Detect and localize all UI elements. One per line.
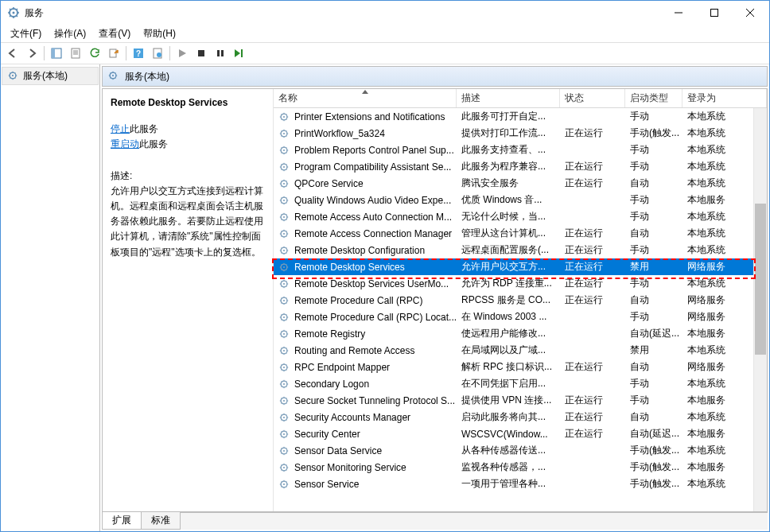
svg-point-24 bbox=[283, 149, 285, 150]
show-hide-tree-button[interactable] bbox=[48, 45, 65, 62]
service-row[interactable]: Program Compatibility Assistant Se...此服务… bbox=[274, 158, 753, 175]
service-logon: 本地系统 bbox=[682, 160, 753, 173]
service-row[interactable]: Remote Desktop Services允许用户以交互方...正在运行禁用… bbox=[274, 258, 753, 275]
service-icon bbox=[278, 411, 291, 424]
service-row[interactable]: Remote Desktop Configuration远程桌面配置服务(...… bbox=[274, 242, 753, 258]
forward-button[interactable] bbox=[23, 45, 41, 62]
tab-standard[interactable]: 标准 bbox=[141, 512, 181, 530]
col-logon[interactable]: 登录为 bbox=[682, 89, 767, 107]
service-logon: 网络服务 bbox=[682, 293, 753, 307]
svg-rect-2 bbox=[710, 10, 718, 17]
svg-point-52 bbox=[283, 382, 285, 384]
service-row[interactable]: RPC Endpoint Mapper解析 RPC 接口标识...正在运行自动网… bbox=[274, 359, 753, 375]
col-name[interactable]: 名称 bbox=[274, 89, 457, 107]
service-row[interactable]: Remote Desktop Services UserMo...允许为 RDP… bbox=[274, 275, 753, 292]
service-row[interactable]: Remote Procedure Call (RPC) Locat...在 Wi… bbox=[274, 309, 753, 325]
start-service-button[interactable] bbox=[173, 45, 191, 62]
service-icon bbox=[278, 144, 291, 157]
maximize-button[interactable] bbox=[696, 2, 732, 25]
scroll-thumb[interactable] bbox=[755, 204, 766, 355]
service-row[interactable]: QPCore Service腾讯安全服务正在运行自动本地系统 bbox=[274, 175, 753, 192]
rows-container: Printer Extensions and Notifications此服务可… bbox=[274, 108, 753, 511]
svg-point-28 bbox=[283, 182, 285, 184]
col-status[interactable]: 状态 bbox=[560, 89, 625, 107]
service-row[interactable]: Sensor Monitoring Service监视各种传感器，...手动(触… bbox=[274, 459, 753, 476]
stop-link[interactable]: 停止 bbox=[111, 123, 130, 134]
minimize-button[interactable] bbox=[660, 2, 696, 25]
service-desc: 腾讯安全服务 bbox=[457, 177, 560, 190]
service-row[interactable]: Routing and Remote Access在局域网以及广域...禁用本地… bbox=[274, 342, 753, 359]
refresh-button[interactable] bbox=[86, 45, 103, 62]
service-desc: 远程桌面配置服务(... bbox=[457, 243, 560, 257]
service-icon bbox=[278, 344, 291, 357]
service-name: RPC Endpoint Mapper bbox=[294, 362, 390, 373]
service-row[interactable]: Secondary Logon在不同凭据下启用...手动本地系统 bbox=[274, 375, 753, 392]
restart-link[interactable]: 重启动 bbox=[111, 138, 139, 150]
service-status: 正在运行 bbox=[560, 260, 625, 274]
service-desc: 在 Windows 2003 ... bbox=[457, 310, 560, 324]
service-row[interactable]: Remote Registry使远程用户能修改...自动(延迟...本地服务 bbox=[274, 325, 753, 342]
service-row[interactable]: Remote Procedure Call (RPC)RPCSS 服务是 CO.… bbox=[274, 292, 753, 309]
service-name: QPCore Service bbox=[294, 178, 364, 189]
service-start: 手动 bbox=[625, 193, 682, 207]
selected-service-name: Remote Desktop Services bbox=[111, 95, 265, 111]
service-row[interactable]: Remote Access Auto Connection M...无论什么时候… bbox=[274, 208, 753, 225]
service-desc: 从各种传感器传送... bbox=[457, 444, 560, 457]
menu-help[interactable]: 帮助(H) bbox=[137, 25, 182, 43]
svg-point-30 bbox=[283, 199, 285, 200]
service-status: 正在运行 bbox=[560, 227, 625, 240]
svg-point-48 bbox=[283, 349, 285, 351]
col-desc[interactable]: 描述 bbox=[457, 89, 560, 107]
pause-service-button[interactable] bbox=[212, 45, 229, 62]
svg-point-50 bbox=[283, 366, 285, 367]
window-title: 服务 bbox=[25, 6, 660, 20]
menu-file[interactable]: 文件(F) bbox=[4, 25, 48, 43]
menu-view[interactable]: 查看(V) bbox=[92, 25, 137, 43]
service-logon: 本地系统 bbox=[682, 143, 753, 157]
stop-service-button[interactable] bbox=[192, 45, 210, 62]
service-name: Printer Extensions and Notifications bbox=[294, 111, 445, 122]
tab-extended[interactable]: 扩展 bbox=[102, 512, 142, 530]
service-icon bbox=[278, 227, 291, 240]
help2-button[interactable] bbox=[149, 45, 166, 62]
properties-button[interactable] bbox=[67, 45, 84, 62]
col-start[interactable]: 启动类型 bbox=[625, 89, 682, 107]
svg-point-44 bbox=[283, 316, 285, 317]
tree-root-item[interactable]: 服务(本地) bbox=[2, 67, 99, 85]
service-row[interactable]: Sensor Service一项用于管理各种...手动(触发...本地系统 bbox=[274, 476, 753, 492]
service-logon: 本地服务 bbox=[682, 394, 753, 407]
service-logon: 网络服务 bbox=[682, 310, 753, 324]
service-row[interactable]: Sensor Data Service从各种传感器传送...手动(触发...本地… bbox=[274, 442, 753, 459]
menu-action[interactable]: 操作(A) bbox=[48, 25, 92, 43]
service-start: 手动(触发... bbox=[625, 460, 682, 474]
export-button[interactable] bbox=[105, 45, 122, 62]
service-start: 手动(触发... bbox=[625, 477, 682, 491]
service-row[interactable]: Printer Extensions and Notifications此服务可… bbox=[274, 108, 753, 125]
service-row[interactable]: PrintWorkflow_5a324提供对打印工作流...正在运行手动(触发.… bbox=[274, 125, 753, 142]
service-row[interactable]: Security CenterWSCSVC(Window...正在运行自动(延迟… bbox=[274, 425, 753, 442]
service-status: 正在运行 bbox=[560, 160, 625, 173]
restart-service-button[interactable] bbox=[231, 45, 248, 62]
service-row[interactable]: Remote Access Connection Manager管理从这台计算机… bbox=[274, 225, 753, 242]
service-desc: RPCSS 服务是 CO... bbox=[457, 293, 560, 307]
svg-point-54 bbox=[283, 399, 285, 401]
service-name: PrintWorkflow_5a324 bbox=[294, 128, 385, 139]
service-name: Sensor Monitoring Service bbox=[294, 462, 406, 473]
service-name: Secure Socket Tunneling Protocol S... bbox=[294, 395, 455, 406]
service-row[interactable]: Quality Windows Audio Video Expe...优质 Wi… bbox=[274, 192, 753, 208]
help-button[interactable]: ? bbox=[130, 45, 147, 62]
service-row[interactable]: Secure Socket Tunneling Protocol S...提供使… bbox=[274, 392, 753, 409]
vertical-scrollbar[interactable] bbox=[753, 108, 767, 511]
service-desc: 此服务为程序兼容... bbox=[457, 160, 560, 173]
service-desc: 在局域网以及广域... bbox=[457, 344, 560, 357]
sort-asc-icon bbox=[362, 90, 368, 94]
back-button[interactable] bbox=[4, 45, 21, 62]
close-button[interactable] bbox=[732, 2, 768, 25]
pane-header-title: 服务(本地) bbox=[125, 70, 169, 83]
svg-point-46 bbox=[283, 332, 285, 334]
service-row[interactable]: Security Accounts Manager启动此服务将向其...正在运行… bbox=[274, 409, 753, 425]
service-desc: 此服务支持查看、... bbox=[457, 143, 560, 157]
service-name: Remote Desktop Configuration bbox=[294, 245, 425, 256]
service-row[interactable]: Problem Reports Control Panel Sup...此服务支… bbox=[274, 142, 753, 158]
svg-point-20 bbox=[283, 115, 285, 117]
